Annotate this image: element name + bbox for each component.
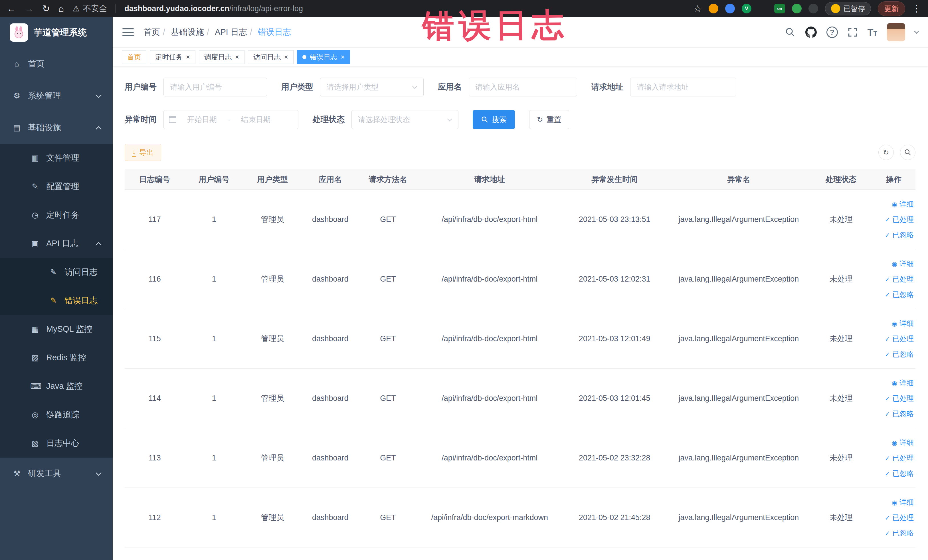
sidebar-item-system-management[interactable]: 系统管理 xyxy=(0,80,113,112)
cell-user-type: 管理员 xyxy=(243,488,302,548)
detail-link[interactable]: 详细 xyxy=(872,196,914,212)
update-button[interactable]: 更新 xyxy=(878,2,905,16)
sidebar-item-infrastructure[interactable]: 基础设施 xyxy=(0,112,113,144)
forward-icon[interactable] xyxy=(24,4,34,13)
close-icon[interactable] xyxy=(340,53,345,61)
font-size-icon[interactable] xyxy=(867,27,877,38)
processed-link[interactable]: 已处理 xyxy=(872,391,914,406)
search-icon[interactable] xyxy=(785,27,796,38)
sidebar-item-home[interactable]: 首页 xyxy=(0,48,113,80)
extension-icon[interactable] xyxy=(725,4,735,14)
back-icon[interactable] xyxy=(7,4,16,13)
processed-link[interactable]: 已处理 xyxy=(872,271,914,287)
user-type-select-input[interactable] xyxy=(327,78,417,96)
github-icon[interactable] xyxy=(805,26,817,38)
sidebar-item-log-center[interactable]: 日志中心 xyxy=(0,429,113,458)
detail-link[interactable]: 详细 xyxy=(872,375,914,391)
sidebar-item-redis-monitor[interactable]: Redis 监控 xyxy=(0,343,113,372)
processed-link[interactable]: 已处理 xyxy=(872,450,914,465)
date-range-picker[interactable]: - xyxy=(163,110,298,129)
sidebar-item-access-logs[interactable]: 访问日志 xyxy=(0,258,113,287)
fullscreen-icon[interactable] xyxy=(847,27,858,37)
sidebar-item-scheduled-tasks[interactable]: 定时任务 xyxy=(0,201,113,229)
end-date-input[interactable] xyxy=(233,110,279,129)
close-icon[interactable] xyxy=(235,53,239,61)
reload-icon[interactable] xyxy=(42,4,50,13)
action-label: 详细 xyxy=(899,378,914,388)
sidebar-item-dev-tools[interactable]: 研发工具 xyxy=(0,458,113,490)
ignored-link[interactable]: 已忽略 xyxy=(872,346,914,362)
search-button[interactable]: 搜索 xyxy=(473,110,515,129)
sidebar-item-mysql-monitor[interactable]: MySQL 监控 xyxy=(0,315,113,343)
request-url-input[interactable] xyxy=(630,78,736,96)
extension-icon[interactable] xyxy=(809,4,818,14)
detail-link[interactable]: 详细 xyxy=(872,494,914,510)
ignored-link[interactable]: 已忽略 xyxy=(872,525,914,540)
security-indicator[interactable]: 不安全 xyxy=(72,3,107,14)
cell-method: GET xyxy=(359,309,417,369)
help-icon[interactable]: ? xyxy=(826,26,838,38)
cell-time: 2021-05-03 12:01:49 xyxy=(562,309,667,369)
tag-access-logs[interactable]: 访问日志 xyxy=(248,50,293,64)
user-avatar[interactable] xyxy=(887,23,905,41)
sidebar-item-link-tracing[interactable]: 链路追踪 xyxy=(0,401,113,429)
detail-link[interactable]: 详细 xyxy=(872,256,914,271)
process-status-select[interactable] xyxy=(351,110,458,129)
breadcrumb-item[interactable]: 基础设施 xyxy=(171,26,212,38)
extension-grid-icon[interactable] xyxy=(758,4,768,13)
sidebar-item-api-logs[interactable]: API 日志 xyxy=(0,229,113,258)
sidebar-item-file-management[interactable]: 文件管理 xyxy=(0,144,113,172)
detail-link[interactable]: 详细 xyxy=(872,435,914,450)
process-status-select-input[interactable] xyxy=(358,110,452,129)
export-button[interactable]: 导出 xyxy=(125,144,161,161)
tag-scheduled-tasks[interactable]: 定时任务 xyxy=(150,50,195,64)
breadcrumb-item[interactable]: API 日志 xyxy=(215,26,255,38)
ignored-link[interactable]: 已忽略 xyxy=(872,406,914,421)
app-window: 芋道管理系统 首页 系统管理 基础设施 文件管理 配置管理 定时任务 xyxy=(0,17,928,560)
extension-icon[interactable] xyxy=(709,4,718,14)
refresh-table-button[interactable] xyxy=(878,145,894,160)
page-content: 用户编号 用户类型 应用名 请求地址 xyxy=(113,66,928,560)
home-icon xyxy=(12,60,22,69)
paused-extension-badge[interactable]: 已暂停 xyxy=(825,2,871,15)
chevron-down-icon[interactable] xyxy=(914,29,919,34)
tag-error-logs[interactable]: 错误日志 xyxy=(297,50,350,64)
sidebar-item-config-management[interactable]: 配置管理 xyxy=(0,172,113,201)
processed-link[interactable]: 已处理 xyxy=(872,331,914,346)
logo[interactable]: 芋道管理系统 xyxy=(0,17,113,48)
ignored-link[interactable]: 已忽略 xyxy=(872,287,914,302)
processed-link[interactable]: 已处理 xyxy=(872,510,914,525)
action-label: 详细 xyxy=(899,200,914,209)
start-date-input[interactable] xyxy=(179,110,225,129)
ignored-link[interactable]: 已忽略 xyxy=(872,465,914,481)
action-label: 已忽略 xyxy=(892,230,914,240)
bookmark-star-icon[interactable] xyxy=(693,3,702,14)
action-label: 已忽略 xyxy=(892,349,914,359)
app-name-input[interactable] xyxy=(469,78,577,96)
ignored-link[interactable]: 已忽略 xyxy=(872,227,914,243)
extension-icon[interactable]: V xyxy=(742,4,751,14)
sidebar-item-java-monitor[interactable]: Java 监控 xyxy=(0,372,113,401)
browser-menu-icon[interactable] xyxy=(912,3,921,14)
tag-home[interactable]: 首页 xyxy=(122,50,147,64)
action-label: 详细 xyxy=(899,438,914,447)
address-bar[interactable]: dashboard.yudao.iocoder.cn /infra/log/ap… xyxy=(124,4,685,13)
sidebar-collapse-icon[interactable] xyxy=(122,28,134,36)
toggle-search-button[interactable] xyxy=(900,145,916,160)
close-icon[interactable] xyxy=(284,53,288,61)
user-id-input[interactable] xyxy=(163,78,267,96)
home-icon[interactable] xyxy=(58,4,64,13)
url-path: /infra/log/api-error-log xyxy=(229,4,303,13)
breadcrumb-item[interactable]: 首页 xyxy=(143,26,168,38)
user-type-select[interactable] xyxy=(320,78,424,96)
sidebar-item-error-logs[interactable]: 错误日志 xyxy=(0,287,113,315)
detail-link[interactable]: 详细 xyxy=(872,316,914,331)
extension-icon[interactable] xyxy=(792,4,801,14)
processed-link[interactable]: 已处理 xyxy=(872,212,914,227)
tag-schedule-logs[interactable]: 调度日志 xyxy=(199,50,244,64)
table-row: 115 1 管理员 dashboard GET /api/infra/db-do… xyxy=(125,309,916,369)
extension-icon[interactable]: on xyxy=(774,4,785,14)
reset-button[interactable]: 重置 xyxy=(529,110,569,129)
check-icon xyxy=(885,514,890,522)
close-icon[interactable] xyxy=(186,53,190,61)
